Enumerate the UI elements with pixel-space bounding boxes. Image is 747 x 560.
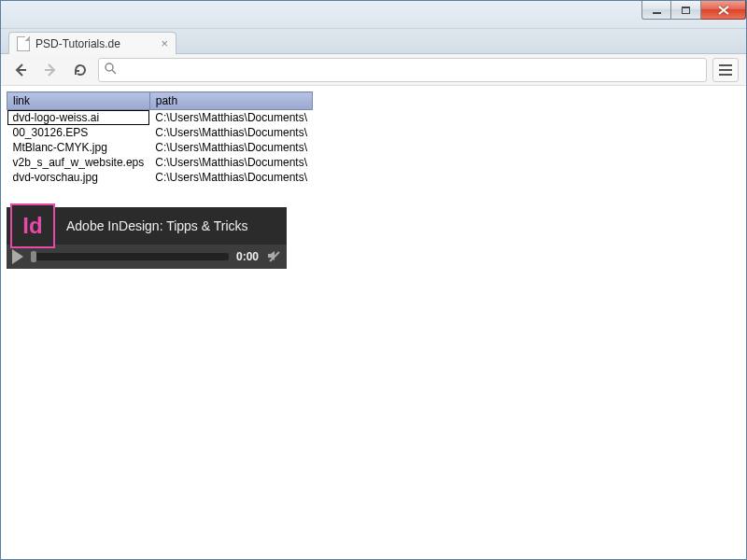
video-widget: Id Adobe InDesign: Tipps & Tricks 0:00 (7, 207, 287, 269)
cell-path: C:\Users\Matthias\Documents\ (149, 140, 313, 155)
window-controls (641, 1, 746, 20)
arrow-left-icon (13, 63, 28, 77)
window-close-button[interactable] (701, 1, 746, 20)
cell-path: C:\Users\Matthias\Documents\ (149, 125, 313, 140)
table-header-row: link path (7, 92, 313, 110)
browser-tab[interactable]: PSD-Tutorials.de × (8, 32, 176, 54)
cell-link: v2b_s_auf_w_website.eps (7, 155, 150, 170)
back-button[interactable] (8, 58, 33, 82)
tab-strip: PSD-Tutorials.de × (1, 29, 746, 54)
video-header: Id Adobe InDesign: Tipps & Tricks (7, 207, 287, 245)
maximize-icon (682, 7, 690, 14)
table-row[interactable]: dvd-logo-weiss.aiC:\Users\Matthias\Docum… (7, 110, 313, 126)
tab-title: PSD-Tutorials.de (35, 37, 120, 50)
svg-point-0 (106, 63, 113, 71)
play-button[interactable] (12, 249, 23, 264)
reload-icon (73, 63, 88, 77)
video-progress-bar[interactable] (31, 253, 229, 260)
column-header-link[interactable]: link (7, 92, 150, 110)
window-titlebar (1, 1, 746, 29)
browser-window: PSD-Tutorials.de × link (0, 0, 747, 560)
arrow-right-icon (43, 63, 58, 77)
svg-line-1 (112, 70, 116, 74)
table-row[interactable]: 00_30126.EPSC:\Users\Matthias\Documents\ (7, 125, 313, 140)
address-bar[interactable] (98, 58, 707, 82)
browser-toolbar (1, 54, 746, 86)
table-row[interactable]: v2b_s_auf_w_website.epsC:\Users\Matthias… (7, 155, 313, 170)
table-row[interactable]: dvd-vorschau.jpgC:\Users\Matthias\Docume… (7, 170, 313, 185)
table-row[interactable]: MtBlanc-CMYK.jpgC:\Users\Matthias\Docume… (7, 140, 313, 155)
video-time: 0:00 (236, 250, 259, 263)
page-content: link path dvd-logo-weiss.aiC:\Users\Matt… (1, 86, 746, 559)
search-icon (105, 63, 117, 77)
browser-menu-button[interactable] (712, 58, 739, 82)
progress-knob[interactable] (31, 251, 36, 262)
links-table: link path dvd-logo-weiss.aiC:\Users\Matt… (7, 91, 313, 185)
page-icon (17, 36, 30, 51)
close-icon (718, 6, 729, 15)
video-title: Adobe InDesign: Tipps & Tricks (66, 218, 248, 233)
tab-close-button[interactable]: × (161, 37, 168, 49)
indesign-logo: Id (10, 203, 55, 248)
cell-path: C:\Users\Matthias\Documents\ (149, 170, 313, 185)
mute-button[interactable] (266, 248, 281, 266)
cell-path: C:\Users\Matthias\Documents\ (149, 110, 313, 126)
column-header-path[interactable]: path (149, 92, 313, 110)
cell-link: dvd-logo-weiss.ai (7, 110, 150, 126)
cell-path: C:\Users\Matthias\Documents\ (149, 155, 313, 170)
forward-button[interactable] (38, 58, 63, 82)
hamburger-icon (719, 64, 732, 76)
window-maximize-button[interactable] (671, 1, 701, 20)
minimize-icon (653, 12, 661, 14)
window-minimize-button[interactable] (641, 1, 671, 20)
cell-link: MtBlanc-CMYK.jpg (7, 140, 150, 155)
cell-link: dvd-vorschau.jpg (7, 170, 150, 185)
indesign-logo-text: Id (22, 213, 42, 239)
url-input[interactable] (122, 63, 700, 77)
cell-link: 00_30126.EPS (7, 125, 150, 140)
reload-button[interactable] (68, 58, 92, 82)
